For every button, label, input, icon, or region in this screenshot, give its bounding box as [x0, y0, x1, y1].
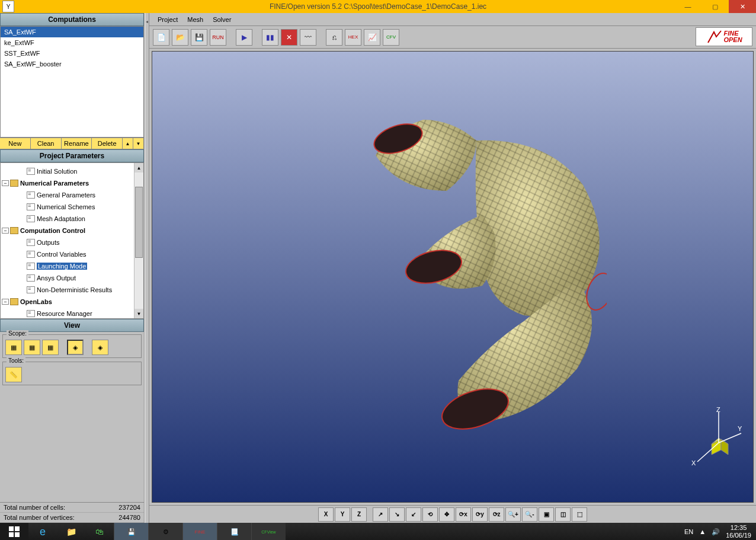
project-params-header: Project Parameters	[0, 149, 144, 162]
scroll-up-icon[interactable]: ▲	[134, 163, 143, 172]
menu-mesh[interactable]: Mesh	[182, 14, 208, 25]
mesh-model	[299, 84, 607, 452]
start-button[interactable]	[0, 523, 28, 540]
save-button[interactable]: 💾	[191, 29, 207, 46]
project-params-tree[interactable]: Initial Solution−Numerical ParametersGen…	[0, 162, 144, 319]
tray-lang[interactable]: EN	[684, 528, 693, 535]
folder-icon	[10, 298, 18, 305]
computation-item[interactable]: ke_ExtWF	[1, 37, 143, 48]
computation-item[interactable]: SA_ExtWF	[1, 27, 143, 37]
computations-list[interactable]: SA_ExtWF ke_ExtWF SST_ExtWF SA_ExtWF_boo…	[0, 26, 144, 138]
axis-y-button[interactable]: Y	[335, 507, 350, 522]
stop-button[interactable]: ✕	[281, 29, 297, 46]
tree-node[interactable]: Launching Mode	[2, 260, 142, 272]
axis-triad[interactable]: Z Y X	[683, 407, 742, 466]
monitor-button[interactable]: 〰	[300, 29, 316, 46]
chart-button[interactable]: 📈	[364, 29, 380, 46]
view-btn[interactable]: ◫	[555, 507, 571, 522]
tray-up-icon[interactable]: ▲	[699, 528, 706, 535]
3d-viewport[interactable]: Z Y X	[152, 51, 754, 503]
view-btn[interactable]: ⬚	[572, 507, 587, 522]
tree-node[interactable]: −OpenLabs	[2, 296, 142, 308]
scroll-down-icon[interactable]: ▼	[134, 309, 143, 318]
tree-node[interactable]: Control Variables	[2, 248, 142, 260]
window-title: FINE/Open version 5.2 C:\Spool\test\Demo…	[270, 2, 486, 11]
scroll-down-button[interactable]: ▼	[133, 138, 144, 149]
expand-toggle[interactable]: −	[2, 180, 9, 186]
scroll-thumb[interactable]	[135, 187, 143, 258]
view-btn[interactable]: ↗	[373, 507, 388, 522]
maximize-button[interactable]: ▢	[701, 0, 729, 13]
tray-clock[interactable]: 12:35 16/06/19	[726, 524, 751, 539]
scroll-up-button[interactable]: ▲	[123, 138, 133, 149]
new-file-button[interactable]: 📄	[153, 29, 169, 46]
computation-item[interactable]: SA_ExtWF_booster	[1, 59, 143, 69]
scope-btn-2[interactable]: ▦	[24, 340, 40, 355]
hex-button[interactable]: HEX	[345, 29, 361, 46]
tool-btn-1[interactable]: ⎌	[326, 29, 342, 46]
play-button[interactable]: ▶	[236, 29, 252, 46]
tray-volume-icon[interactable]: 🔊	[712, 528, 720, 536]
tree-node[interactable]: −Numerical Parameters	[2, 177, 142, 189]
task-app-fine[interactable]: FINE	[182, 523, 217, 540]
scope-btn-5[interactable]: ◈	[92, 340, 108, 355]
sidebar-resize-handle[interactable]: ◂	[145, 13, 149, 523]
view-btn[interactable]: ↙	[406, 507, 421, 522]
minimize-button[interactable]: —	[674, 0, 701, 13]
expand-toggle[interactable]: −	[2, 228, 9, 234]
task-app-save[interactable]: 💾	[114, 523, 148, 540]
rotate-x-button[interactable]: ⟳x	[456, 507, 471, 522]
computation-buttons: New Clean Rename Delete ▲ ▼	[0, 138, 144, 149]
axis-z-button[interactable]: Z	[351, 507, 367, 522]
rotate-y-button[interactable]: ⟳y	[472, 507, 488, 522]
delete-button[interactable]: Delete	[92, 138, 123, 149]
tree-node[interactable]: General Parameters	[2, 189, 142, 201]
scope-btn-4[interactable]: ◈	[67, 340, 84, 355]
tree-label: Mesh Adaptation	[37, 215, 85, 222]
view-btn[interactable]: ⟲	[422, 507, 438, 522]
store-button[interactable]: 🛍	[85, 523, 114, 540]
svg-rect-17	[15, 532, 20, 537]
scope-btn-3[interactable]: ▦	[42, 340, 59, 355]
rotate-z-button[interactable]: ⟳z	[489, 507, 504, 522]
run-button[interactable]: RUN	[210, 29, 226, 46]
fit-button[interactable]: ▣	[539, 507, 554, 522]
tree-node[interactable]: Numerical Schemes	[2, 201, 142, 213]
tree-label: Outputs	[37, 239, 60, 246]
open-file-button[interactable]: 📂	[172, 29, 188, 46]
tree-node[interactable]: Resource Manager	[2, 308, 142, 319]
task-app[interactable]: ⚙	[148, 523, 182, 540]
computation-item[interactable]: SST_ExtWF	[1, 48, 143, 59]
tree-node[interactable]: Ansys Output	[2, 272, 142, 284]
clean-button[interactable]: Clean	[31, 138, 62, 149]
cfv-button[interactable]: CFV	[383, 29, 399, 46]
ie-button[interactable]: e	[28, 523, 57, 540]
menu-project[interactable]: Project	[153, 14, 182, 25]
tree-node[interactable]: Outputs	[2, 237, 142, 248]
measure-tool-button[interactable]: 📏	[5, 367, 22, 382]
svg-rect-15	[15, 526, 20, 531]
tree-node[interactable]: −Computation Control	[2, 225, 142, 237]
pan-button[interactable]: ✥	[439, 507, 454, 522]
expand-toggle[interactable]: −	[2, 299, 9, 305]
explorer-button[interactable]: 📁	[57, 523, 85, 540]
rename-button[interactable]: Rename	[62, 138, 92, 149]
menu-solver[interactable]: Solver	[208, 14, 236, 25]
tools-label: Tools:	[7, 357, 25, 364]
zoom-in-button[interactable]: 🔍+	[505, 507, 521, 522]
tree-node[interactable]: Mesh Adaptation	[2, 213, 142, 225]
tree-node[interactable]: Non-Deterministic Results	[2, 284, 142, 296]
main-area: Project Mesh Solver 📄 📂 💾 RUN ▶ ▮▮ ✕ 〰 ⎌…	[149, 13, 756, 523]
task-app-cfview[interactable]: CFView	[251, 523, 286, 540]
axis-x-button[interactable]: X	[318, 507, 334, 522]
tree-scrollbar[interactable]: ▲ ▼	[134, 163, 143, 318]
page-icon	[27, 310, 35, 317]
zoom-out-button[interactable]: 🔍-	[522, 507, 537, 522]
tree-node[interactable]: Initial Solution	[2, 165, 142, 177]
scope-btn-1[interactable]: ▦	[5, 340, 22, 355]
close-button[interactable]: ✕	[729, 0, 756, 13]
pause-button[interactable]: ▮▮	[262, 29, 278, 46]
new-button[interactable]: New	[0, 138, 31, 149]
task-app[interactable]: 📃	[217, 523, 251, 540]
view-btn[interactable]: ↘	[389, 507, 405, 522]
